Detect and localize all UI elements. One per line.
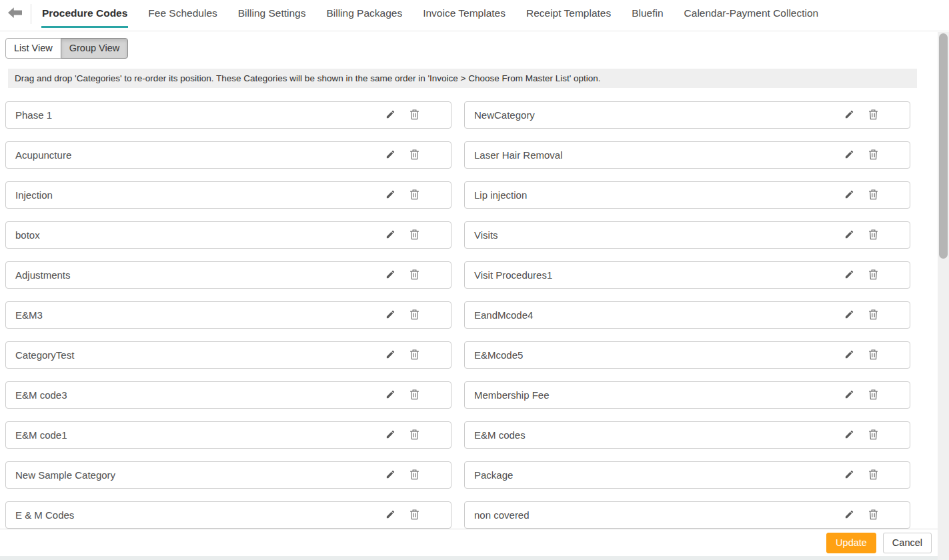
tab-receipt-templates[interactable]: Receipt Templates: [526, 7, 612, 28]
category-card[interactable]: Adjustments: [5, 261, 451, 289]
edit-category-button[interactable]: [844, 469, 854, 481]
category-card[interactable]: Membership Fee: [464, 381, 910, 409]
delete-category-button[interactable]: [868, 109, 878, 122]
list-view-button[interactable]: List View: [5, 38, 61, 59]
category-card[interactable]: CategoryTest: [5, 341, 451, 369]
category-card[interactable]: E&M code1: [5, 421, 451, 449]
category-card[interactable]: E&M codes: [464, 421, 910, 449]
category-card[interactable]: Phase 1: [5, 101, 451, 129]
category-card[interactable]: New Sample Category: [5, 461, 451, 489]
delete-category-button[interactable]: [868, 309, 878, 322]
category-card-actions: [844, 422, 878, 448]
edit-category-button[interactable]: [385, 109, 395, 121]
delete-category-button[interactable]: [409, 229, 419, 242]
delete-category-button[interactable]: [868, 469, 878, 482]
category-card[interactable]: non covered: [464, 501, 910, 529]
category-card[interactable]: Laser Hair Removal: [464, 141, 910, 169]
category-name: Package: [474, 469, 513, 481]
edit-category-button[interactable]: [844, 189, 854, 201]
category-card-actions: [385, 222, 419, 248]
category-card[interactable]: Acupuncture: [5, 141, 451, 169]
tab-invoice-templates[interactable]: Invoice Templates: [422, 7, 506, 28]
pencil-icon: [844, 429, 854, 441]
category-card[interactable]: Visits: [464, 221, 910, 249]
footer-action-bar: Update Cancel: [0, 529, 949, 556]
delete-category-button[interactable]: [409, 469, 419, 482]
category-card[interactable]: Lip injection: [464, 181, 910, 209]
edit-category-button[interactable]: [844, 309, 854, 321]
edit-category-button[interactable]: [385, 189, 395, 201]
trash-icon: [409, 309, 419, 322]
edit-category-button[interactable]: [385, 349, 395, 361]
delete-category-button[interactable]: [409, 149, 419, 162]
category-card[interactable]: Visit Procedures1: [464, 261, 910, 289]
category-card[interactable]: E & M Codes: [5, 501, 451, 529]
delete-category-button[interactable]: [868, 269, 878, 282]
delete-category-button[interactable]: [409, 349, 419, 362]
tab-fee-schedules[interactable]: Fee Schedules: [147, 7, 217, 28]
scrollbar-thumb[interactable]: [939, 33, 948, 259]
edit-category-button[interactable]: [844, 109, 854, 121]
edit-category-button[interactable]: [844, 269, 854, 281]
delete-category-button[interactable]: [868, 349, 878, 362]
category-card[interactable]: Package: [464, 461, 910, 489]
category-card[interactable]: E&M3: [5, 301, 451, 329]
pencil-icon: [844, 469, 854, 481]
delete-category-button[interactable]: [409, 509, 419, 522]
edit-category-button[interactable]: [385, 509, 395, 521]
pencil-icon: [844, 229, 854, 241]
delete-category-button[interactable]: [868, 389, 878, 402]
tab-bluefin[interactable]: Bluefin: [631, 7, 664, 28]
category-card[interactable]: EandMcode4: [464, 301, 910, 329]
group-view-button[interactable]: Group View: [61, 38, 129, 59]
delete-category-button[interactable]: [409, 189, 419, 202]
delete-category-button[interactable]: [409, 389, 419, 402]
edit-category-button[interactable]: [385, 269, 395, 281]
vertical-scrollbar[interactable]: [938, 32, 949, 560]
top-tab-bar: Procedure Codes Fee Schedules Billing Se…: [0, 0, 949, 31]
edit-category-button[interactable]: [385, 429, 395, 441]
category-card-actions: [844, 142, 878, 168]
category-card[interactable]: Injection: [5, 181, 451, 209]
trash-icon: [868, 109, 878, 122]
delete-category-button[interactable]: [409, 309, 419, 322]
category-card-actions: [844, 502, 878, 528]
pencil-icon: [844, 189, 854, 201]
edit-category-button[interactable]: [844, 509, 854, 521]
edit-category-button[interactable]: [844, 349, 854, 361]
delete-category-button[interactable]: [409, 429, 419, 442]
update-button[interactable]: Update: [826, 533, 876, 553]
cancel-button[interactable]: Cancel: [883, 533, 932, 553]
trash-icon: [409, 269, 419, 282]
category-card[interactable]: NewCategory: [464, 101, 910, 129]
edit-category-button[interactable]: [385, 149, 395, 161]
edit-category-button[interactable]: [844, 389, 854, 401]
category-card[interactable]: botox: [5, 221, 451, 249]
delete-category-button[interactable]: [409, 269, 419, 282]
edit-category-button[interactable]: [385, 229, 395, 241]
edit-category-button[interactable]: [844, 149, 854, 161]
delete-category-button[interactable]: [868, 149, 878, 162]
trash-icon: [409, 349, 419, 362]
category-card[interactable]: E&Mcode5: [464, 341, 910, 369]
edit-category-button[interactable]: [385, 389, 395, 401]
tab-calendar-payment-collection[interactable]: Calendar-Payment Collection: [684, 7, 820, 28]
edit-category-button[interactable]: [844, 429, 854, 441]
edit-category-button[interactable]: [385, 309, 395, 321]
delete-category-button[interactable]: [868, 229, 878, 242]
edit-category-button[interactable]: [385, 469, 395, 481]
edit-category-button[interactable]: [844, 229, 854, 241]
delete-category-button[interactable]: [868, 429, 878, 442]
category-name: Injection: [15, 189, 53, 201]
tab-billing-settings[interactable]: Billing Settings: [237, 7, 307, 28]
category-name: E & M Codes: [15, 509, 74, 521]
category-column-left: Phase 1 Acupuncture: [5, 101, 451, 529]
pencil-icon: [385, 309, 395, 321]
delete-category-button[interactable]: [868, 509, 878, 522]
delete-category-button[interactable]: [409, 109, 419, 122]
category-card[interactable]: E&M code3: [5, 381, 451, 409]
tab-billing-packages[interactable]: Billing Packages: [325, 7, 403, 28]
delete-category-button[interactable]: [868, 189, 878, 202]
back-button[interactable]: [8, 7, 22, 21]
tab-procedure-codes[interactable]: Procedure Codes: [41, 7, 128, 28]
